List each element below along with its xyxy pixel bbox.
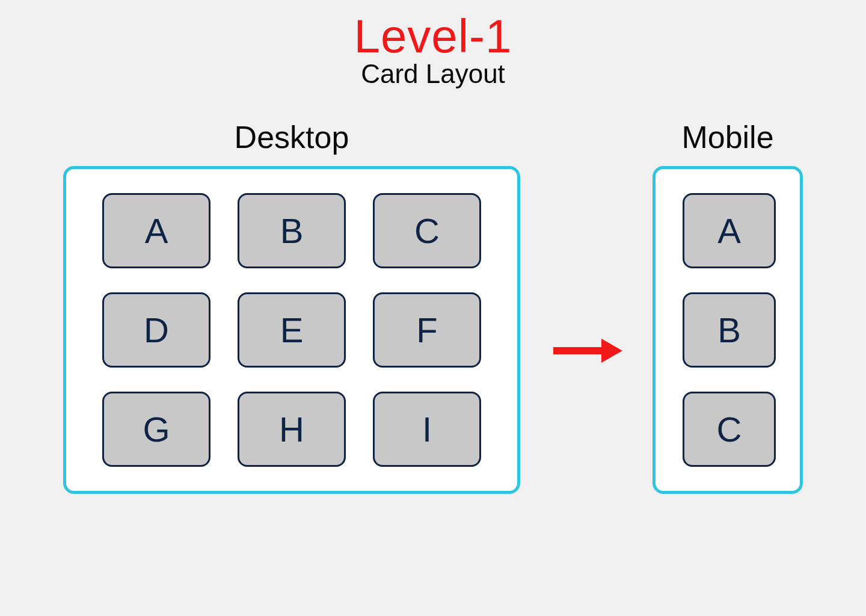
- card-c: C: [373, 193, 481, 268]
- arrow-container: [550, 164, 622, 537]
- arrow-right-icon: [550, 333, 622, 369]
- card-a-mobile: A: [683, 193, 776, 268]
- card-d: D: [102, 292, 210, 368]
- main-layout: Desktop A B C D E F G H I Mobile A: [30, 107, 836, 537]
- subtitle: Card Layout: [30, 59, 836, 89]
- card-f: F: [373, 292, 481, 368]
- mobile-title: Mobile: [681, 119, 773, 155]
- desktop-title: Desktop: [235, 119, 349, 155]
- mobile-frame: A B C: [653, 166, 803, 494]
- card-i: I: [373, 392, 481, 467]
- desktop-frame: A B C D E F G H I: [63, 166, 520, 494]
- desktop-grid: A B C D E F G H I: [102, 193, 481, 467]
- level-title: Level-1: [30, 9, 836, 64]
- card-h: H: [238, 392, 346, 467]
- header: Level-1 Card Layout: [30, 9, 836, 89]
- card-b-mobile: B: [683, 292, 776, 368]
- card-a: A: [102, 193, 210, 268]
- desktop-section: Desktop A B C D E F G H I: [63, 119, 520, 494]
- svg-marker-1: [601, 339, 622, 363]
- card-e: E: [238, 292, 346, 368]
- mobile-section: Mobile A B C: [653, 119, 803, 494]
- card-g: G: [102, 392, 210, 467]
- card-c-mobile: C: [683, 392, 776, 467]
- mobile-grid: A B C: [683, 193, 773, 467]
- card-b: B: [238, 193, 346, 268]
